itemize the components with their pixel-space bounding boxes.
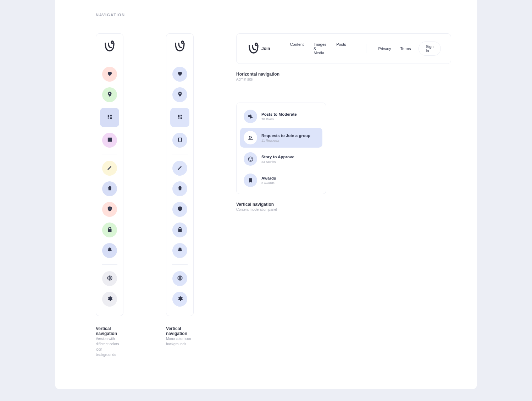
nav-location[interactable] (102, 87, 117, 102)
caption-sub: Admin site (236, 77, 451, 82)
mod-item-title: Story to Approve (261, 154, 294, 160)
brand-logo-icon (103, 40, 116, 53)
caption-sub: Mono color icon backgrounds (166, 336, 194, 347)
pencil-icon (107, 165, 113, 172)
thumbs-icon (244, 110, 257, 123)
divider (172, 60, 188, 60)
caption-title: Vertical navigation (236, 202, 451, 207)
nav-favorites[interactable] (102, 67, 117, 82)
gear-icon (177, 296, 183, 303)
nav-globe[interactable] (102, 271, 117, 286)
mod-item-awards[interactable]: Awards 3 Awards (240, 170, 322, 190)
nav-security[interactable] (172, 202, 187, 217)
nav-media[interactable] (172, 133, 187, 148)
brand-logo-icon (173, 40, 186, 53)
nav-location[interactable] (172, 87, 187, 102)
nav-dashboard[interactable] (100, 108, 119, 127)
nav-trash[interactable] (172, 181, 187, 196)
dashboard-icon (177, 114, 183, 121)
mod-item-sub: 3 Awards (261, 181, 276, 185)
nav-settings[interactable] (172, 292, 187, 307)
svg-rect-4 (179, 138, 181, 142)
nav-security[interactable] (102, 202, 117, 217)
divider (172, 154, 188, 154)
horizontal-nav: Join Content Images & Media Posts Privac… (236, 33, 451, 64)
svg-point-0 (111, 41, 113, 43)
svg-point-6 (255, 43, 257, 45)
heart-icon (107, 71, 113, 78)
nav-link-images-media[interactable]: Images & Media (314, 42, 326, 55)
face-icon (244, 152, 257, 166)
svg-point-10 (249, 158, 250, 159)
caption-sub: Content moderation panel (236, 207, 451, 212)
caption-sub: Version with different colors icon backg… (96, 336, 123, 357)
bell-icon (107, 247, 113, 254)
nav-edit[interactable] (102, 161, 117, 176)
location-icon (107, 91, 113, 98)
divider (102, 60, 117, 60)
bell-icon (177, 247, 183, 254)
nav-trash[interactable] (102, 181, 117, 196)
nav-dashboard[interactable] (170, 108, 189, 127)
mod-item-sub: 11 Requests (261, 139, 310, 142)
heart-icon (177, 71, 183, 78)
nav-link-posts[interactable]: Posts (336, 42, 346, 55)
svg-point-11 (251, 158, 251, 159)
lock-icon (107, 226, 113, 234)
vertical-rail-mono (166, 33, 194, 316)
signin-button[interactable]: Sign In (419, 42, 440, 56)
divider (102, 264, 117, 265)
caption-title: Vertical navigation (166, 326, 194, 336)
mod-item-sub: 20 Posts (261, 117, 297, 121)
svg-point-9 (248, 157, 253, 161)
globe-icon (107, 275, 113, 282)
mod-item-sub: 23 Stories (261, 160, 294, 164)
pencil-icon (177, 165, 183, 172)
nav-lock[interactable] (172, 223, 187, 237)
svg-rect-1 (109, 138, 111, 142)
caption-title: Vertical navigation (96, 326, 123, 336)
nav-lock[interactable] (102, 223, 117, 237)
brand-logo-icon (246, 42, 261, 56)
nav-edit[interactable] (172, 161, 187, 176)
globe-icon (177, 275, 183, 282)
shield-check-icon (177, 206, 183, 213)
vertical-rail-multicolor (96, 33, 123, 316)
nav-notifications[interactable] (172, 243, 187, 258)
nav-globe[interactable] (172, 271, 187, 286)
nav-link-privacy[interactable]: Privacy (378, 46, 391, 51)
nav-settings[interactable] (102, 292, 117, 307)
section-heading: NAVIGATION (96, 13, 436, 17)
nav-link-terms[interactable]: Terms (400, 46, 411, 51)
film-icon (177, 137, 183, 144)
svg-point-7 (249, 136, 250, 137)
lock-icon (177, 226, 183, 234)
nav-notifications[interactable] (102, 243, 117, 258)
moderation-panel: Posts to Moderate 20 Posts Requests to J… (236, 103, 326, 194)
mod-item-requests[interactable]: Requests to Join a group 11 Requests (240, 128, 322, 148)
nav-favorites[interactable] (172, 67, 187, 82)
brand-name: Join (261, 46, 270, 51)
brand[interactable]: Join (246, 42, 270, 56)
divider (102, 154, 117, 154)
bookmark-icon (244, 174, 257, 187)
mod-item-title: Posts to Moderate (261, 112, 297, 117)
gear-icon (107, 296, 113, 303)
film-icon (107, 137, 113, 144)
mod-item-story[interactable]: Story to Approve 23 Stories (240, 149, 322, 169)
group-icon (244, 131, 257, 144)
divider (366, 44, 366, 53)
mod-item-posts[interactable]: Posts to Moderate 20 Posts (240, 106, 322, 126)
nav-media[interactable] (102, 133, 117, 148)
svg-point-8 (251, 136, 252, 137)
trash-icon (177, 185, 183, 192)
mod-item-title: Awards (261, 176, 276, 181)
divider (172, 264, 188, 265)
trash-icon (107, 185, 113, 192)
shield-check-icon (107, 206, 113, 213)
nav-link-content[interactable]: Content (290, 42, 304, 55)
caption-title: Horizontal navigation (236, 72, 451, 77)
dashboard-icon (107, 114, 113, 121)
svg-point-3 (182, 41, 184, 43)
mod-item-title: Requests to Join a group (261, 133, 310, 138)
